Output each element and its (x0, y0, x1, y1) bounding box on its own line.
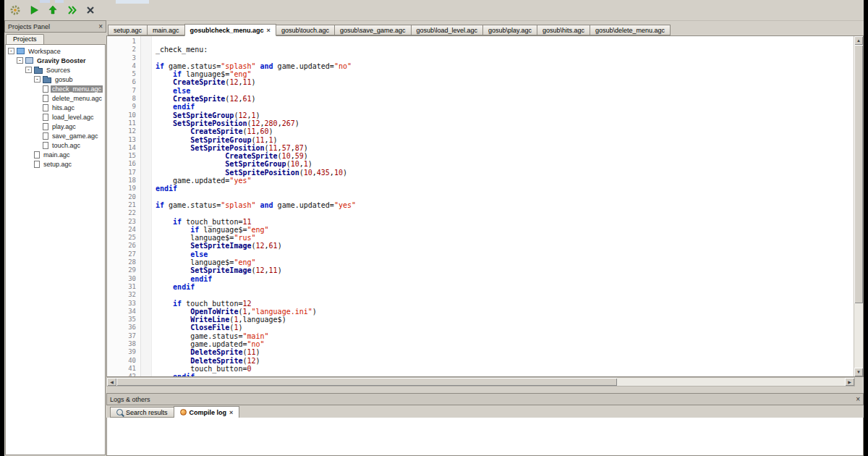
editor-tab-gosub-touch-agc[interactable]: gosub\touch.agc (276, 25, 335, 35)
line-number: 21 (107, 201, 136, 209)
line-number: 15 (107, 152, 136, 160)
tab-close-icon[interactable]: × (267, 27, 271, 34)
logs-tab-bar: Search resultsCompile log× (106, 405, 864, 418)
line-number: 27 (107, 250, 136, 258)
scroll-left-arrow-icon[interactable]: ◀ (107, 378, 116, 386)
logs-panel-header: Logs & others × (106, 393, 864, 405)
tree-item-gravity-booster[interactable]: -Gravity Booster (6, 56, 105, 65)
code-line (156, 209, 854, 217)
tree-item-sources[interactable]: -Sources (6, 65, 105, 75)
tree-item-load-level-agc[interactable]: load_level.agc (6, 112, 105, 122)
editor-tab-gosub-hits-agc[interactable]: gosub\hits.agc (537, 25, 590, 35)
panel-divider (106, 387, 864, 393)
editor-tab-main-agc[interactable]: main.agc (147, 25, 185, 35)
editor-tab-label: gosub\delete_menu.agc (595, 27, 665, 34)
tree-item-label: Sources (45, 67, 72, 74)
file-icon (43, 104, 48, 111)
editor-tab-gosub-delete-menu-agc[interactable]: gosub\delete_menu.agc (590, 25, 671, 35)
editor-tab-setup-agc[interactable]: setup.agc (108, 25, 148, 35)
editor-tab-gosub-play-agc[interactable]: gosub\play.agc (482, 25, 537, 35)
line-number: 19 (107, 185, 136, 193)
file-icon (43, 85, 48, 93)
close-icon[interactable]: × (98, 23, 103, 30)
tree-item-touch-agc[interactable]: touch.agc (6, 140, 105, 150)
settings-gear-icon[interactable] (7, 2, 23, 18)
line-number: 35 (107, 316, 136, 324)
tree-item-workspace[interactable]: -Workspace (6, 46, 105, 56)
editor-tab-label: gosub\hits.agc (542, 27, 584, 34)
tree-item-setup-agc[interactable]: setup.agc (6, 159, 105, 169)
editor-tab-gosub-load-level-agc[interactable]: gosub\load_level.agc (411, 25, 484, 35)
line-number: 11 (107, 119, 136, 127)
logs-tab-compile-log[interactable]: Compile log× (174, 406, 240, 418)
tab-close-icon[interactable]: × (229, 409, 233, 416)
file-icon (43, 123, 48, 130)
code-line: if touch_button=11 (156, 218, 854, 226)
expander-minus-icon[interactable]: - (25, 67, 32, 73)
tree-item-label: check_menu.agc (51, 85, 103, 93)
horizontal-scroll-thumb[interactable] (116, 378, 617, 386)
file-icon (43, 95, 48, 102)
line-number: 32 (107, 291, 136, 299)
editor-vertical-scrollbar[interactable]: ▲ ▼ (854, 36, 863, 376)
code-line: game.updated="yes" (156, 177, 854, 185)
line-number: 22 (107, 209, 136, 217)
logs-tab-search-results[interactable]: Search results (110, 407, 174, 418)
editor-tab-gosub-save-game-agc[interactable]: gosub\save_game.agc (334, 25, 412, 35)
cropped-menu-fragment (55, 0, 64, 3)
close-icon[interactable]: × (856, 396, 860, 402)
tree-item-save-game-agc[interactable]: save_game.agc (6, 131, 105, 140)
line-number: 39 (107, 348, 136, 356)
tree-item-label: main.agc (42, 151, 72, 159)
file-icon (43, 114, 48, 121)
line-number: 9 (107, 103, 136, 111)
code-editor[interactable]: 1234567891011121314151617181920212223242… (106, 35, 864, 377)
search-icon (116, 409, 123, 415)
tree-item-delete-menu-agc[interactable]: delete_menu.agc (6, 93, 105, 103)
tree-item-main-agc[interactable]: main.agc (6, 150, 105, 159)
editor-tab-label: main.agc (153, 27, 179, 34)
vertical-scroll-thumb[interactable] (854, 45, 863, 303)
editor-column: setup.agcmain.agcgosub\check_menu.agc×go… (106, 20, 864, 456)
code-line: CloseFile(1) (156, 324, 854, 332)
tree-item-label: load_level.agc (51, 114, 95, 121)
tree-item-check-menu-agc[interactable]: check_menu.agc (6, 84, 105, 93)
line-number: 37 (107, 332, 136, 340)
editor-horizontal-scrollbar[interactable]: ◀ ▶ (106, 377, 855, 387)
tab-projects[interactable]: Projects (6, 34, 44, 44)
tree-item-label: play.agc (51, 123, 77, 130)
code-line (156, 291, 854, 299)
tree-item-label: gosub (54, 76, 75, 83)
code-line: SetSpritePosition(12,280,267) (156, 119, 854, 127)
logs-panel-title: Logs & others (110, 396, 150, 403)
tree-item-hits-agc[interactable]: hits.agc (6, 103, 105, 112)
code-line: touch_button=0 (156, 365, 854, 373)
expander-minus-icon[interactable]: - (8, 48, 14, 54)
compile-arrow-icon[interactable] (45, 2, 61, 18)
scroll-down-arrow-icon[interactable]: ▼ (854, 368, 863, 376)
editor-tab-gosub-check-menu-agc[interactable]: gosub\check_menu.agc× (184, 24, 276, 36)
code-line: game.status="main" (156, 332, 854, 340)
broadcast-arrows-icon[interactable] (64, 2, 80, 18)
expander-minus-icon[interactable]: - (34, 76, 41, 83)
line-number: 36 (107, 324, 136, 332)
abort-x-icon[interactable] (82, 2, 98, 18)
projects-panel-header: Projects Panel × (4, 20, 106, 33)
file-icon (43, 132, 48, 140)
tree-item-label: setup.agc (42, 161, 73, 168)
code-line: endif (156, 373, 854, 376)
tree-item-label: save_game.agc (51, 132, 100, 140)
scroll-right-arrow-icon[interactable]: ▶ (845, 378, 854, 386)
code-line: WriteLine(1,language$) (156, 316, 854, 324)
expander-minus-icon[interactable]: - (17, 57, 23, 64)
scroll-up-arrow-icon[interactable]: ▲ (854, 36, 863, 45)
tree-item-gosub[interactable]: -gosub (6, 75, 105, 84)
logs-tab-label: Compile log (190, 409, 227, 416)
run-play-icon[interactable] (26, 2, 42, 18)
code-line: CreateSprite(11,60) (156, 127, 854, 135)
tree-item-label: touch.agc (51, 142, 82, 149)
right-letterbox-bar (864, 0, 868, 456)
code-line: SetSpritePosition(10,435,10) (156, 169, 854, 177)
tree-item-play-agc[interactable]: play.agc (6, 122, 105, 131)
line-number: 4 (107, 62, 136, 70)
